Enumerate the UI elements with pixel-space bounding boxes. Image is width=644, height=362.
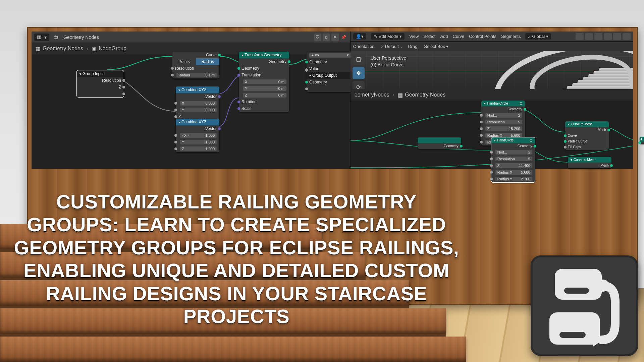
output-geometry: Geometry bbox=[491, 143, 535, 149]
node-combine-xyz-1[interactable]: ▾Combine XYZ Vector X0.000 Y0.000 Z bbox=[176, 86, 219, 120]
input-scale[interactable]: Scale bbox=[239, 105, 289, 112]
geometry-nodes-logo bbox=[531, 255, 638, 356]
input-z[interactable]: Z1.000 bbox=[176, 145, 219, 152]
breadcrumb-root[interactable]: eometryNodes bbox=[355, 92, 389, 98]
orientation-dropdown[interactable]: ⟀ Default ▾ bbox=[381, 44, 402, 49]
shading-icon-2[interactable] bbox=[623, 33, 631, 40]
input-value: Value bbox=[307, 65, 354, 72]
input-row[interactable]: Radius Y2.100 bbox=[491, 176, 535, 182]
input-resolution[interactable]: Resolution bbox=[172, 65, 219, 72]
menu-control-points[interactable]: Control Points bbox=[469, 34, 496, 39]
node-header bbox=[418, 137, 461, 143]
menu-segments[interactable]: Segments bbox=[501, 34, 521, 39]
shield-icon[interactable]: ⛉ bbox=[314, 34, 321, 41]
output-resolution: Resolution bbox=[77, 77, 124, 84]
lower-node-editor: eometryNodes › ▦ Geometry Nodes bbox=[351, 89, 633, 169]
drag-dropdown[interactable]: Select Box ▾ bbox=[424, 44, 448, 49]
node-combine-xyz-2[interactable]: ▾Combine XYZ Vector ‹ X ›1.000 Y1.000 Z1… bbox=[176, 119, 219, 152]
input-empty bbox=[307, 85, 354, 92]
viewport-header: 👤▾ ✎ Edit Mode ▾ View Select Add Curve C… bbox=[351, 32, 633, 42]
input-ty[interactable]: Y0 m bbox=[239, 85, 289, 92]
input-row[interactable]: Z11.400 bbox=[491, 162, 535, 169]
lower-canvas[interactable]: Geometry ▾HandrailCircle⊡ Geometry Nod..… bbox=[351, 101, 633, 169]
node-tree-icon: 🗀 bbox=[53, 34, 59, 40]
3d-viewport[interactable]: ▢ ✥ ⟳ ◰ ◈ ／ 📐 User Perspective (0) Bezie… bbox=[351, 51, 633, 89]
breadcrumb-child[interactable]: ▣ NodeGroup bbox=[92, 46, 126, 52]
menu-curve[interactable]: Curve bbox=[453, 34, 465, 39]
input-row[interactable]: Radius X5.600 bbox=[491, 169, 535, 176]
menu-add[interactable]: Add bbox=[440, 34, 448, 39]
input-x[interactable]: ‹ X ›1.000 bbox=[176, 132, 219, 139]
output-curve: Curve bbox=[172, 52, 219, 58]
node-curve-circle[interactable]: Curve PointsRadius Resolution Radius0.1 … bbox=[172, 52, 219, 78]
input-x[interactable]: X0.000 bbox=[176, 100, 219, 107]
duplicate-icon[interactable]: ⧉ bbox=[323, 34, 330, 41]
lower-breadcrumb: eometryNodes › ▦ Geometry Nodes bbox=[351, 89, 633, 101]
node-geometry-in[interactable]: Geometry bbox=[418, 137, 461, 149]
input-row[interactable]: Resolution5 bbox=[481, 119, 525, 125]
orientation-label: Orientation: bbox=[353, 44, 376, 49]
overlay-icon[interactable] bbox=[594, 33, 602, 40]
node-curve-to-mesh-2[interactable]: ▾Curve to Mesh Mesh bbox=[568, 157, 611, 168]
node-group-input[interactable]: ▾Group Input Resolution Z bbox=[77, 70, 124, 97]
node-transform-geometry[interactable]: ▾Transform Geometry Geometry Geometry Tr… bbox=[239, 52, 289, 112]
label-translation: Translation: bbox=[239, 72, 289, 78]
node-curve-to-mesh-1[interactable]: ▾Curve to Mesh Mesh Curve Profile Curve … bbox=[565, 121, 609, 150]
xray-icon[interactable] bbox=[604, 33, 612, 40]
menu-view[interactable]: View bbox=[409, 34, 419, 39]
input-tz[interactable]: Z0 m bbox=[239, 92, 289, 99]
mode-dropdown[interactable]: ✎ Edit Mode ▾ bbox=[371, 33, 405, 40]
input-geometry: Geometry bbox=[239, 65, 289, 72]
mode-tabs[interactable]: PointsRadius bbox=[172, 58, 219, 65]
mode-dropdown[interactable]: Auto▾ bbox=[307, 52, 354, 59]
snap-icon[interactable] bbox=[576, 33, 584, 40]
input-row[interactable]: Z15.200 bbox=[481, 125, 525, 132]
input-tx[interactable]: X0 m bbox=[239, 78, 289, 85]
input-row[interactable]: Nod...2 bbox=[491, 149, 535, 156]
input-y[interactable]: Y1.000 bbox=[176, 139, 219, 145]
output-z: Z bbox=[77, 84, 124, 90]
output-mesh: Mesh bbox=[568, 163, 611, 168]
tool-move[interactable]: ✥ bbox=[353, 67, 365, 79]
blender-app: ▦▾ 🗀 Geometry Nodes ⛉ ⧉ ✕ 📌 ▦ Geometry N… bbox=[32, 32, 633, 169]
tool-column: ▢ ✥ ⟳ ◰ ◈ ／ 📐 bbox=[353, 53, 365, 89]
right-column: 👤▾ ✎ Edit Mode ▾ View Select Add Curve C… bbox=[351, 32, 633, 169]
shading-icon[interactable] bbox=[613, 33, 621, 40]
input-row[interactable]: Resolution5 bbox=[491, 156, 535, 162]
input bbox=[640, 142, 644, 144]
viewport-subheader: Orientation: ⟀ Default ▾ Drag: Select Bo… bbox=[351, 42, 633, 51]
unlink-icon[interactable]: ✕ bbox=[331, 34, 339, 41]
node-header: J bbox=[640, 137, 644, 142]
node-header: ▾Combine XYZ bbox=[176, 119, 219, 125]
svg-rect-1 bbox=[564, 288, 589, 294]
breadcrumb-root[interactable]: ▦ Geometry Nodes bbox=[36, 46, 83, 52]
output-empty bbox=[77, 90, 124, 97]
node-editor-icon: ▦ bbox=[37, 34, 43, 40]
output-vector: Vector bbox=[176, 93, 219, 100]
object-dropdown[interactable]: 👤▾ bbox=[353, 33, 366, 40]
input-y[interactable]: Y0.000 bbox=[176, 107, 219, 113]
transform-orientation[interactable]: ⟀ Global ▾ bbox=[525, 33, 551, 40]
pin-icon[interactable]: 📌 bbox=[340, 34, 347, 41]
node-header: ▾Curve to Mesh bbox=[568, 157, 611, 163]
tool-rotate[interactable]: ⟳ bbox=[353, 81, 365, 89]
tool-cursor[interactable]: ▢ bbox=[353, 53, 365, 65]
input-geometry-2: Geometry bbox=[307, 79, 354, 85]
node-group-output[interactable]: Auto▾ Geometry Value ▾Group Output Geome… bbox=[307, 52, 354, 92]
output-geometry: Geometry bbox=[239, 58, 289, 65]
input-radius[interactable]: Radius0.1 m bbox=[172, 72, 219, 78]
input-rotation[interactable]: Rotation bbox=[239, 99, 289, 105]
proportional-icon[interactable] bbox=[585, 33, 593, 40]
node-header: ▾Transform Geometry bbox=[239, 52, 289, 58]
breadcrumb-child[interactable]: ▦ Geometry Nodes bbox=[398, 92, 445, 98]
node-join-out[interactable]: J bbox=[640, 137, 644, 144]
node-handrail-circle-2[interactable]: ▾HandCircle⊡ Geometry Nod...2Resolution5… bbox=[491, 137, 535, 182]
node-header: ▾Combine XYZ bbox=[176, 86, 219, 93]
chevron-right-icon: › bbox=[87, 46, 88, 52]
editor-type-dropdown[interactable]: ▦▾ bbox=[34, 34, 49, 41]
node-canvas[interactable]: ▾Group Input Resolution Z Curve PointsRa… bbox=[32, 54, 350, 169]
input-row[interactable]: Nod...2 bbox=[481, 112, 525, 119]
input-fillcaps: Fill Caps bbox=[565, 144, 609, 150]
menu-select[interactable]: Select bbox=[423, 34, 435, 39]
node-tree-name[interactable]: Geometry Nodes bbox=[63, 35, 99, 40]
